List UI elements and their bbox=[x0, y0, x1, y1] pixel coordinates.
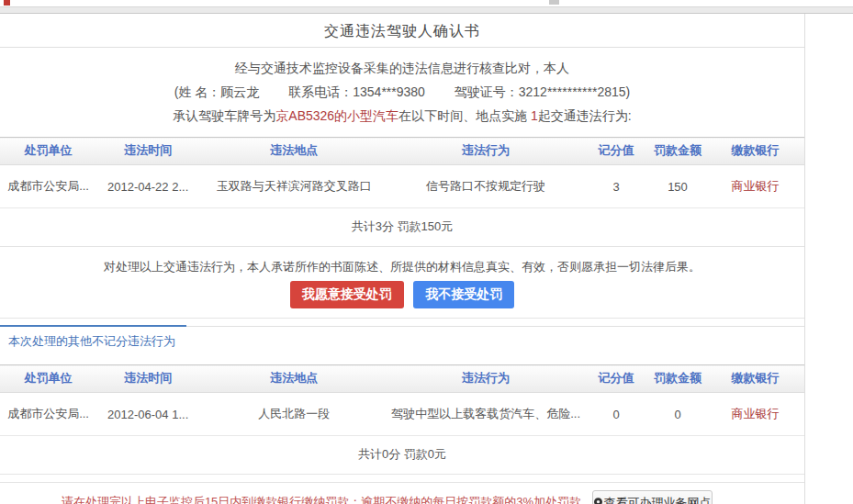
violation-table-row: 成都市公安局... 2012-04-22 2... 玉双路与天祥滨河路交叉路口 … bbox=[0, 165, 804, 208]
statement-section: 对处理以上交通违法行为，本人承诺所作的书面陈述、所提供的材料信息真实、有效，否则… bbox=[0, 247, 804, 319]
header-payment-bank: 缴款银行 bbox=[706, 365, 804, 393]
confirmation-page: 交通违法驾驶人确认书 经与交通技术监控设备采集的违法信息进行核查比对，本人 (姓… bbox=[0, 14, 805, 504]
violation-summary: 共计3分 罚款150元 bbox=[0, 208, 804, 247]
title-section: 交通违法驾驶人确认书 bbox=[0, 14, 804, 48]
cell-punish-unit: 成都市公安局... bbox=[0, 393, 96, 436]
header-violation-place: 违法地点 bbox=[199, 138, 388, 165]
payment-notice-section: 请在处理完以上电子监控后15日内到缴款银行缴纳罚款；逾期不缴纳的每日按罚款额的3… bbox=[0, 482, 804, 504]
header-punish-unit: 处罚单位 bbox=[0, 365, 96, 393]
browser-chrome-bar bbox=[0, 6, 853, 14]
header-violation-time: 违法时间 bbox=[96, 365, 199, 393]
cell-violation-time: 2012-04-22 2... bbox=[96, 165, 199, 208]
driver-name: (姓 名：顾云龙 bbox=[174, 84, 260, 99]
intro-line-1: 经与交通技术监控设备采集的违法信息进行核查比对，本人 bbox=[0, 56, 804, 80]
cell-payment-bank-link[interactable]: 商业银行 bbox=[706, 393, 804, 436]
payment-deadline-notice: 请在处理完以上电子监控后15日内到缴款银行缴纳罚款；逾期不缴纳的每日按罚款额的3… bbox=[59, 494, 584, 504]
page-title: 交通违法驾驶人确认书 bbox=[324, 23, 480, 39]
cell-payment-bank-link[interactable]: 商业银行 bbox=[706, 165, 804, 208]
browser-edge-strip bbox=[0, 0, 853, 6]
reject-penalty-button[interactable]: 我不接受处罚 bbox=[413, 281, 514, 308]
cell-points: 3 bbox=[583, 165, 649, 208]
header-punish-unit: 处罚单位 bbox=[0, 138, 96, 165]
other-table-header-row: 处罚单位 违法时间 违法地点 违法行为 记分值 罚款金额 缴款银行 bbox=[0, 365, 804, 393]
commitment-statement: 对处理以上交通违法行为，本人承诺所作的书面陈述、所提供的材料信息真实、有效，否则… bbox=[0, 259, 804, 275]
other-violations-table-wrap: 处罚单位 违法时间 违法地点 违法行为 记分值 罚款金额 缴款银行 成都市公安局… bbox=[0, 364, 804, 475]
cell-violation-place: 人民北路一段 bbox=[199, 393, 388, 436]
header-violation-time: 违法时间 bbox=[96, 138, 199, 165]
other-violations-table: 处罚单位 违法时间 违法地点 违法行为 记分值 罚款金额 缴款银行 成都市公安局… bbox=[0, 364, 804, 436]
accept-penalty-button[interactable]: 我愿意接受处罚 bbox=[290, 281, 404, 308]
violation-count: 1 bbox=[531, 108, 538, 123]
cell-violation-behavior: 驾驶中型以上载客载货汽车、危险... bbox=[388, 393, 583, 436]
violation-table-header-row: 处罚单位 违法时间 违法地点 违法行为 记分值 罚款金额 缴款银行 bbox=[0, 138, 804, 165]
location-pin-icon bbox=[594, 498, 602, 504]
header-fine-amount: 罚款金额 bbox=[649, 365, 706, 393]
violation-table: 处罚单位 违法时间 违法地点 违法行为 记分值 罚款金额 缴款银行 成都市公安局… bbox=[0, 137, 804, 208]
tab-other-nonpoint-violations[interactable]: 本次处理的其他不记分违法行为 bbox=[0, 325, 186, 355]
header-violation-place: 违法地点 bbox=[199, 365, 388, 393]
cell-fine-amount: 0 bbox=[649, 393, 706, 436]
cell-violation-time: 2012-06-04 1... bbox=[96, 393, 199, 436]
action-buttons: 我愿意接受处罚 我不接受处罚 bbox=[0, 281, 804, 308]
header-payment-bank: 缴款银行 bbox=[706, 138, 804, 165]
browser-tab-fragment-icon bbox=[4, 0, 10, 6]
vehicle-plate: 京AB5326的小型汽车 bbox=[275, 108, 398, 123]
cell-fine-amount: 150 bbox=[649, 165, 706, 208]
view-service-locations-button[interactable]: 查看可办理业务网点 bbox=[592, 490, 713, 504]
other-violations-summary: 共计0分 罚款0元 bbox=[0, 436, 804, 475]
cell-points: 0 bbox=[583, 393, 649, 436]
other-table-row: 成都市公安局... 2012-06-04 1... 人民北路一段 驾驶中型以上载… bbox=[0, 393, 804, 436]
cell-violation-behavior: 信号路口不按规定行驶 bbox=[388, 165, 583, 208]
intro-section: 经与交通技术监控设备采集的违法信息进行核查比对，本人 (姓 名：顾云龙 联系电话… bbox=[0, 48, 804, 137]
header-violation-behavior: 违法行为 bbox=[388, 365, 583, 393]
cell-violation-place: 玉双路与天祥滨河路交叉路口 bbox=[199, 165, 388, 208]
header-points: 记分值 bbox=[583, 138, 649, 165]
intro-line-vehicle: 承认驾驶车牌号为京AB5326的小型汽车在以下时间、地点实施 1起交通违法行为: bbox=[0, 104, 804, 128]
browser-edge-fragment bbox=[549, 0, 559, 5]
cell-punish-unit: 成都市公安局... bbox=[0, 165, 96, 208]
driver-license: 驾驶证号：3212**********2815) bbox=[455, 84, 630, 99]
intro-line-driver-info: (姓 名：顾云龙 联系电话：1354***9380 驾驶证号：3212*****… bbox=[0, 80, 804, 104]
header-points: 记分值 bbox=[583, 365, 649, 393]
driver-phone: 联系电话：1354***9380 bbox=[288, 84, 425, 99]
view-service-locations-label: 查看可办理业务网点 bbox=[604, 495, 712, 504]
other-violations-tab-bar: 本次处理的其他不记分违法行为 bbox=[0, 326, 804, 355]
header-violation-behavior: 违法行为 bbox=[388, 138, 583, 165]
header-fine-amount: 罚款金额 bbox=[649, 138, 706, 165]
